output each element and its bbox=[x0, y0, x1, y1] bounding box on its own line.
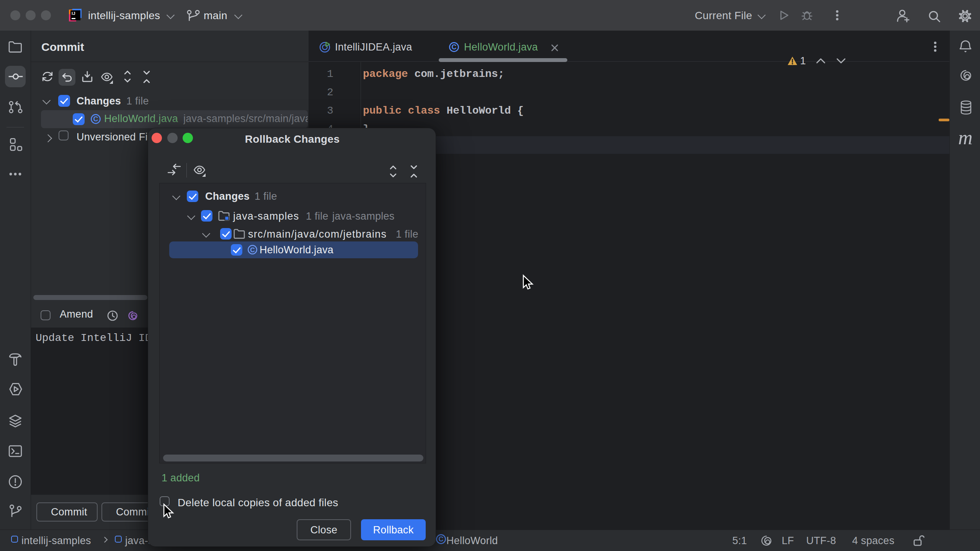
svg-text:C: C bbox=[93, 115, 98, 123]
svg-text:C: C bbox=[250, 246, 255, 254]
svg-text:C: C bbox=[452, 43, 457, 51]
svg-text:C: C bbox=[439, 535, 444, 543]
